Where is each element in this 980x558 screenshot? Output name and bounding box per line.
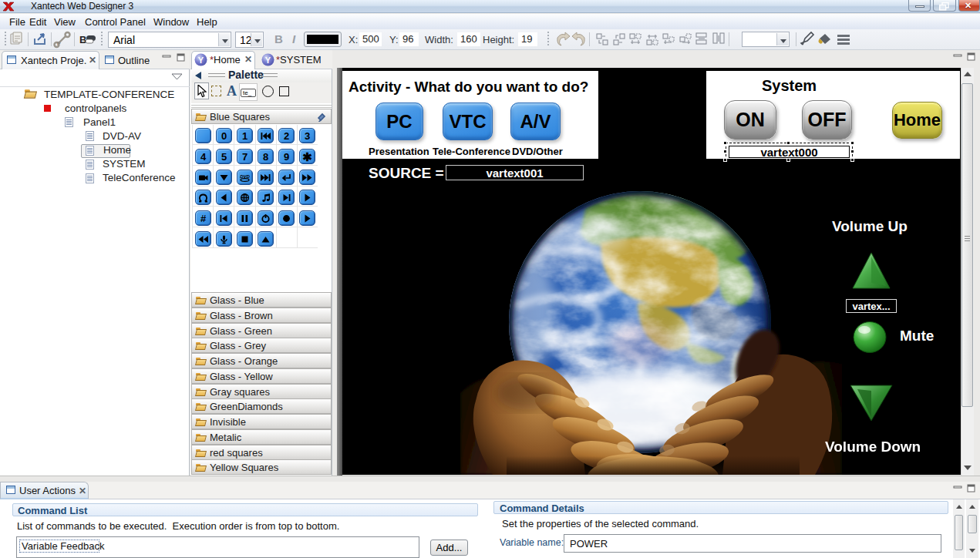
svg-text:P: P (57, 41, 61, 46)
svg-text:Y: Y (265, 55, 271, 65)
svg-text:DVD: DVD (240, 174, 250, 179)
svg-text:Y: Y (198, 55, 204, 65)
svg-text:B: B (79, 34, 86, 45)
